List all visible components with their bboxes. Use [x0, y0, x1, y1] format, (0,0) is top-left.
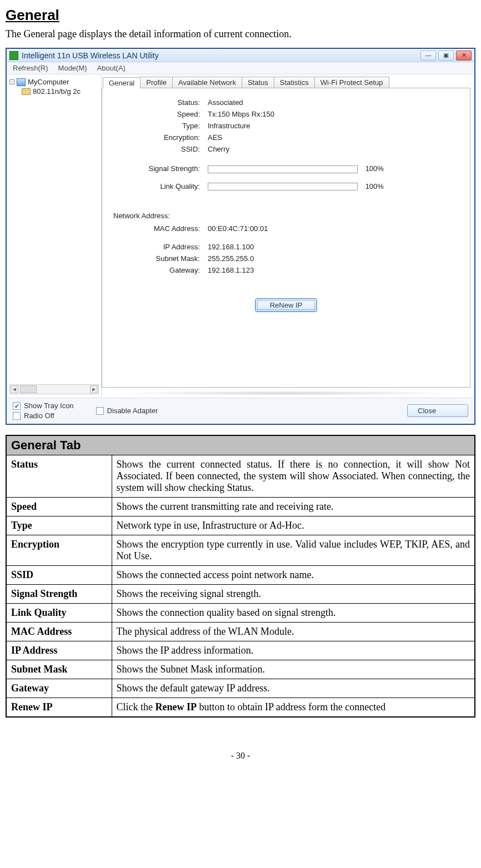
label-subnet: Subnet Mask: — [114, 253, 203, 264]
menu-about[interactable]: About(A) — [97, 64, 126, 72]
signal-strength-pct: 100% — [365, 164, 384, 173]
radio-off-checkbox[interactable] — [13, 412, 21, 420]
value-ssid: Cherry — [204, 144, 387, 154]
desc-key: Link Quality — [6, 604, 112, 623]
device-tree: - MyComputer 802.11n/b/g 2c ◄ ► — [7, 74, 102, 398]
desc-key: IP Address — [6, 641, 112, 660]
adapter-icon — [22, 88, 31, 95]
label-encryption: Encryption: — [114, 132, 203, 143]
desc-key: Renew IP — [6, 698, 112, 718]
label-status: Status: — [114, 97, 203, 108]
tab-available-network[interactable]: Available Network — [172, 77, 242, 88]
tabstrip: General Profile Available Network Status… — [103, 77, 470, 88]
label-link-quality: Link Quality: — [114, 181, 203, 192]
label-type: Type: — [114, 121, 203, 131]
value-gateway: 192.168.1.123 — [204, 265, 271, 275]
desc-value: Shows the current transmitting rate and … — [112, 498, 475, 516]
close-button[interactable]: Close — [407, 404, 468, 417]
show-tray-label: Show Tray Icon — [24, 402, 74, 410]
desc-key: SSID — [6, 566, 112, 585]
value-subnet: 255.255.255.0 — [204, 253, 271, 264]
scroll-thumb[interactable] — [20, 385, 37, 393]
app-window: Intelligent 11n USB Wireless LAN Utility… — [6, 48, 475, 425]
label-gateway: Gateway: — [114, 265, 203, 275]
desc-value: Shows the Subnet Mask information. — [112, 660, 475, 679]
tree-hscrollbar[interactable]: ◄ ► — [9, 384, 99, 394]
desc-key: Gateway — [6, 679, 112, 698]
desc-value: Network type in use, Infrastructure or A… — [112, 516, 475, 535]
tab-statistics[interactable]: Statistics — [274, 77, 315, 88]
menu-mode[interactable]: Mode(M) — [58, 64, 87, 72]
page-intro: The General page displays the detail inf… — [6, 28, 475, 40]
disable-adapter-label: Disable Adapter — [107, 407, 158, 415]
menu-refresh[interactable]: Refresh(R) — [13, 64, 48, 72]
desc-key: Signal Strength — [6, 585, 112, 604]
minimize-button[interactable]: — — [420, 51, 436, 61]
value-status: Associated — [204, 97, 387, 108]
label-ip: IP Address: — [114, 242, 203, 252]
desc-key: Speed — [6, 498, 112, 516]
link-quality-pct: 100% — [365, 182, 384, 190]
label-speed: Speed: — [114, 109, 203, 119]
status-table: Status: Associated Speed: Tx:150 Mbps Rx… — [113, 96, 388, 193]
label-ssid: SSID: — [114, 144, 203, 154]
bottom-bar: Show Tray Icon Radio Off Disable Adapter… — [7, 398, 474, 423]
maximize-button[interactable]: ▣ — [438, 51, 454, 61]
desc-key: Subnet Mask — [6, 660, 112, 679]
tab-general[interactable]: General — [103, 77, 141, 88]
tab-content: Status: Associated Speed: Tx:150 Mbps Rx… — [102, 88, 470, 388]
desc-value: Click the Renew IP button to obtain IP a… — [112, 698, 475, 718]
signal-strength-bar — [208, 165, 358, 173]
close-window-button[interactable]: ✕ — [456, 51, 472, 61]
desc-value: Shows the IP address information. — [112, 641, 475, 660]
tree-root-label: MyComputer — [28, 78, 69, 86]
tree-child-label: 802.11n/b/g 2c — [33, 87, 81, 96]
renew-ip-button[interactable]: ReNew IP — [255, 299, 317, 312]
desc-value: Shows the encryption type currently in u… — [112, 535, 475, 566]
label-mac: MAC Address: — [114, 223, 203, 234]
page-heading: General — [6, 7, 475, 24]
desc-value: Shows the receiving signal strength. — [112, 585, 475, 604]
desc-key: Type — [6, 516, 112, 535]
computer-icon — [17, 78, 26, 86]
titlebar[interactable]: Intelligent 11n USB Wireless LAN Utility… — [7, 49, 474, 62]
desc-key: MAC Address — [6, 623, 112, 641]
label-signal-strength: Signal Strength: — [114, 163, 203, 174]
value-ip: 192.168.1.100 — [204, 242, 271, 252]
desc-key: Encryption — [6, 535, 112, 566]
tab-wps[interactable]: Wi-Fi Protect Setup — [314, 77, 389, 88]
tab-status[interactable]: Status — [242, 77, 274, 88]
radio-off-label: Radio Off — [24, 412, 54, 420]
desc-key: Status — [6, 455, 112, 498]
tree-expander-icon[interactable]: - — [9, 79, 14, 84]
general-tab-description-table: General Tab StatusShows the current conn… — [6, 435, 475, 718]
desc-value: Shows the connection quality based on si… — [112, 604, 475, 623]
tab-profile[interactable]: Profile — [140, 77, 173, 88]
value-type: Infrastructure — [204, 121, 387, 131]
tree-root-row[interactable]: - MyComputer — [9, 78, 99, 86]
desc-value: Shows the connected access point network… — [112, 566, 475, 585]
desc-value: Shows the current connected status. If t… — [112, 455, 475, 498]
scroll-right-icon[interactable]: ► — [90, 385, 98, 393]
scroll-left-icon[interactable]: ◄ — [11, 385, 18, 393]
desc-value: The physical address of the WLAN Module. — [112, 623, 475, 641]
drop-shadow — [113, 391, 459, 395]
link-quality-bar — [208, 183, 358, 190]
main-pane: General Profile Available Network Status… — [102, 74, 474, 398]
window-title: Intelligent 11n USB Wireless LAN Utility — [22, 51, 420, 60]
menubar: Refresh(R) Mode(M) About(A) — [7, 62, 474, 74]
value-encryption: AES — [204, 132, 387, 143]
network-address-label: Network Address: — [113, 212, 459, 220]
network-address-table: MAC Address: 00:E0:4C:71:00:01 IP Addres… — [113, 222, 272, 277]
tree-child-row[interactable]: 802.11n/b/g 2c — [22, 87, 99, 96]
app-icon — [9, 51, 18, 60]
disable-adapter-checkbox[interactable] — [96, 407, 104, 415]
value-speed: Tx:150 Mbps Rx:150 — [204, 109, 387, 119]
show-tray-checkbox[interactable] — [13, 402, 21, 410]
page-number: - 30 - — [6, 751, 475, 761]
value-mac: 00:E0:4C:71:00:01 — [204, 223, 271, 234]
desc-value: Shows the default gateway IP address. — [112, 679, 475, 698]
desc-header: General Tab — [6, 435, 475, 455]
